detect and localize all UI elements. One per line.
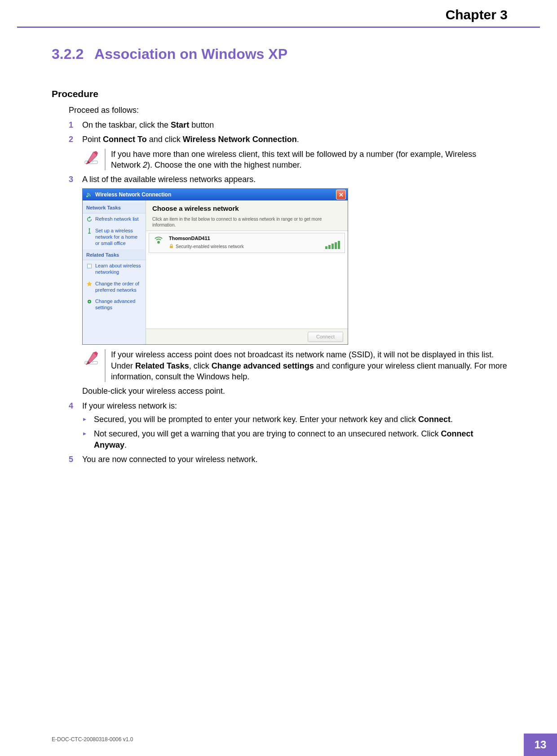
task-change-advanced-settings[interactable]: Change advanced settings	[83, 296, 146, 314]
note: If you have more than one wireless clien…	[82, 149, 508, 171]
step-5: 5 You are now connected to your wireless…	[69, 454, 508, 465]
connect-button[interactable]: Connect	[308, 332, 343, 342]
choose-network-sub: Click an item in the list below to conne…	[152, 216, 343, 228]
section-number: 3.2.2	[52, 46, 92, 62]
bullet-not-secured: Not secured, you will get a warning that…	[82, 428, 508, 450]
wireless-network-dialog: Wireless Network Connection ✕ Network Ta…	[82, 188, 348, 345]
sidebar-group-network-tasks: Network Tasks	[83, 202, 146, 213]
note-icon	[82, 149, 100, 167]
chapter-title: Chapter 3	[0, 0, 508, 22]
step-4-bullets: Secured, you will be prompted to enter y…	[82, 414, 508, 450]
gear-icon	[86, 298, 93, 305]
step-4: 4 If your wireless network is: Secured, …	[69, 400, 508, 450]
antenna-icon	[86, 228, 93, 234]
task-setup-wireless-network[interactable]: Set up a wireless network for a home or …	[83, 225, 146, 249]
svg-rect-13	[338, 241, 340, 249]
svg-rect-4	[88, 264, 91, 268]
page-header: Chapter 3	[0, 0, 557, 28]
procedure-steps: 1 On the taskbar, click the Start button…	[69, 120, 508, 465]
network-list: ThomsonDAD411 Security-enabled wireless …	[146, 231, 348, 329]
note-text: If your wireless access point does not b…	[111, 349, 508, 382]
step-text: Point Connect To and click Wireless Netw…	[82, 135, 299, 144]
step-text: A list of the available wireless network…	[82, 175, 256, 184]
procedure-intro: Proceed as follows:	[69, 106, 508, 115]
dialog-body: Network Tasks Refresh network list Set u…	[83, 200, 348, 344]
svg-rect-11	[332, 244, 334, 249]
book-icon	[86, 263, 93, 269]
step-text: If your wireless network is:	[82, 401, 177, 410]
svg-point-1	[86, 196, 88, 197]
doc-id: E-DOC-CTC-20080318-0006 v1.0	[52, 736, 133, 743]
step-number: 5	[69, 454, 73, 465]
dialog-main: Choose a wireless network Click an item …	[146, 200, 348, 344]
header-rule	[17, 27, 540, 28]
bullet-secured: Secured, you will be prompted to enter y…	[82, 414, 508, 425]
sidebar-group-related-tasks: Related Tasks	[83, 249, 146, 261]
dialog-sidebar: Network Tasks Refresh network list Set u…	[83, 200, 146, 344]
network-security: Security-enabled wireless network	[169, 244, 320, 250]
step-number: 2	[69, 134, 73, 145]
page-content: 3.2.2 Association on Windows XP Procedur…	[0, 28, 557, 465]
svg-point-2	[89, 228, 90, 230]
star-icon	[86, 281, 93, 287]
dialog-main-header: Choose a wireless network Click an item …	[146, 200, 348, 231]
close-button[interactable]: ✕	[336, 190, 346, 200]
lock-icon	[169, 244, 174, 250]
step-text: You are now connected to your wireless n…	[82, 455, 258, 464]
note-separator	[105, 149, 106, 171]
step-number: 4	[69, 400, 73, 411]
svg-point-7	[157, 241, 160, 244]
svg-rect-12	[335, 242, 337, 249]
network-name: ThomsonDAD411	[169, 235, 320, 242]
section-heading: 3.2.2 Association on Windows XP	[52, 46, 508, 62]
refresh-icon	[86, 216, 93, 222]
step-number: 1	[69, 120, 73, 130]
svg-rect-8	[170, 246, 173, 248]
svg-rect-10	[328, 245, 331, 249]
svg-rect-9	[325, 246, 327, 249]
step-text: On the taskbar, click the Start button	[82, 120, 214, 129]
note-icon	[82, 349, 100, 367]
step-2: 2 Point Connect To and click Wireless Ne…	[69, 134, 508, 170]
wireless-icon	[85, 191, 93, 198]
dialog-footer: Connect	[146, 329, 348, 344]
signal-strength-icon	[324, 235, 342, 250]
svg-point-6	[89, 301, 90, 302]
task-refresh-network-list[interactable]: Refresh network list	[83, 213, 146, 225]
task-learn-wireless[interactable]: Learn about wireless networking	[83, 260, 146, 278]
choose-network-heading: Choose a wireless network	[152, 204, 343, 213]
step-1: 1 On the taskbar, click the Start button	[69, 120, 508, 130]
note-text: If you have more than one wireless clien…	[111, 149, 508, 171]
antenna-icon	[152, 235, 165, 250]
note: If your wireless access point does not b…	[82, 349, 508, 382]
network-item[interactable]: ThomsonDAD411 Security-enabled wireless …	[149, 233, 345, 253]
step-number: 3	[69, 174, 73, 185]
dialog-titlebar: Wireless Network Connection ✕	[83, 189, 348, 200]
step-3: 3 A list of the available wireless netwo…	[69, 174, 508, 396]
procedure-heading: Procedure	[52, 89, 508, 99]
page-number: 13	[524, 734, 557, 756]
step-after-text: Double-click your wireless access point.	[82, 386, 508, 396]
section-title: Association on Windows XP	[94, 46, 287, 62]
dialog-title: Wireless Network Connection	[95, 191, 336, 198]
note-separator	[105, 349, 106, 382]
task-change-order[interactable]: Change the order of preferred networks	[83, 278, 146, 296]
page-footer: E-DOC-CTC-20080318-0006 v1.0 13	[0, 734, 557, 756]
